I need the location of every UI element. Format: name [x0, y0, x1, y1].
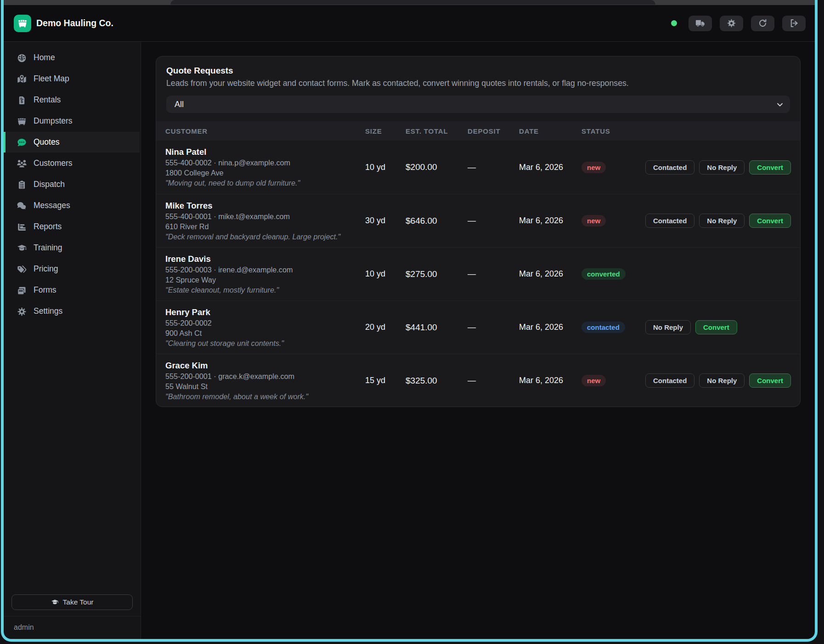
svg-text:$: $: [21, 99, 23, 103]
